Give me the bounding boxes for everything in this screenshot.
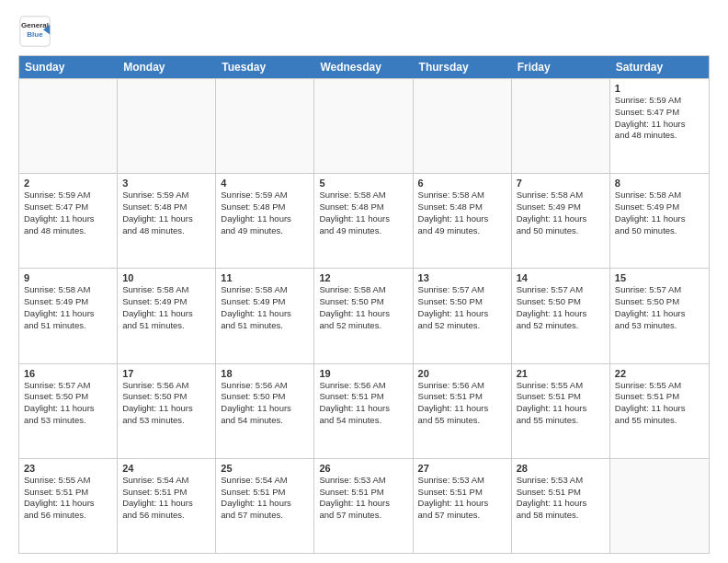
day-info: Sunrise: 5:55 AM Sunset: 5:51 PM Dayligh… [615, 380, 704, 427]
day-number: 11 [221, 272, 309, 283]
empty-cell [512, 79, 610, 173]
header-day-monday: Monday [118, 56, 216, 78]
empty-cell [414, 79, 512, 173]
logo: General Blue [18, 15, 55, 48]
day-number: 20 [418, 368, 506, 379]
day-cell-11: 11Sunrise: 5:58 AM Sunset: 5:49 PM Dayli… [216, 269, 314, 362]
svg-text:Blue: Blue [27, 30, 43, 39]
empty-cell [314, 79, 413, 173]
day-cell-24: 24Sunrise: 5:54 AM Sunset: 5:51 PM Dayli… [118, 459, 216, 553]
day-number: 22 [615, 368, 704, 379]
day-cell-16: 16Sunrise: 5:57 AM Sunset: 5:50 PM Dayli… [19, 364, 118, 458]
day-cell-1: 1Sunrise: 5:59 AM Sunset: 5:47 PM Daylig… [610, 79, 709, 173]
day-info: Sunrise: 5:57 AM Sunset: 5:50 PM Dayligh… [24, 380, 112, 427]
day-cell-5: 5Sunrise: 5:58 AM Sunset: 5:48 PM Daylig… [314, 174, 413, 268]
day-cell-18: 18Sunrise: 5:56 AM Sunset: 5:50 PM Dayli… [216, 364, 314, 458]
day-info: Sunrise: 5:58 AM Sunset: 5:48 PM Dayligh… [319, 190, 407, 236]
day-number: 1 [615, 83, 704, 94]
day-info: Sunrise: 5:53 AM Sunset: 5:51 PM Dayligh… [418, 475, 506, 522]
day-number: 14 [517, 272, 605, 283]
header: General Blue [18, 15, 710, 48]
svg-text:General: General [21, 21, 49, 29]
day-number: 23 [24, 463, 112, 474]
day-info: Sunrise: 5:59 AM Sunset: 5:47 PM Dayligh… [24, 190, 112, 236]
day-number: 21 [517, 368, 605, 379]
day-cell-14: 14Sunrise: 5:57 AM Sunset: 5:50 PM Dayli… [512, 269, 610, 362]
day-info: Sunrise: 5:54 AM Sunset: 5:51 PM Dayligh… [122, 475, 210, 522]
day-info: Sunrise: 5:58 AM Sunset: 5:49 PM Dayligh… [221, 284, 309, 331]
day-cell-20: 20Sunrise: 5:56 AM Sunset: 5:51 PM Dayli… [414, 364, 512, 458]
header-day-sunday: Sunday [19, 56, 118, 78]
logo-icon: General Blue [18, 15, 51, 48]
day-cell-7: 7Sunrise: 5:58 AM Sunset: 5:49 PM Daylig… [512, 174, 610, 268]
day-number: 28 [517, 463, 605, 474]
empty-cell [19, 79, 118, 173]
day-info: Sunrise: 5:55 AM Sunset: 5:51 PM Dayligh… [24, 475, 112, 522]
day-cell-21: 21Sunrise: 5:55 AM Sunset: 5:51 PM Dayli… [512, 364, 610, 458]
day-number: 10 [122, 272, 210, 283]
day-info: Sunrise: 5:58 AM Sunset: 5:49 PM Dayligh… [24, 284, 112, 331]
header-day-tuesday: Tuesday [216, 56, 314, 78]
header-day-saturday: Saturday [610, 56, 709, 78]
day-cell-10: 10Sunrise: 5:58 AM Sunset: 5:49 PM Dayli… [118, 269, 216, 362]
day-info: Sunrise: 5:59 AM Sunset: 5:48 PM Dayligh… [221, 190, 309, 236]
empty-cell [216, 79, 314, 173]
day-number: 2 [24, 178, 112, 189]
header-day-friday: Friday [512, 56, 610, 78]
day-cell-4: 4Sunrise: 5:59 AM Sunset: 5:48 PM Daylig… [216, 174, 314, 268]
day-cell-19: 19Sunrise: 5:56 AM Sunset: 5:51 PM Dayli… [314, 364, 413, 458]
calendar-header: SundayMondayTuesdayWednesdayThursdayFrid… [19, 56, 709, 78]
day-info: Sunrise: 5:58 AM Sunset: 5:48 PM Dayligh… [418, 190, 506, 236]
day-cell-2: 2Sunrise: 5:59 AM Sunset: 5:47 PM Daylig… [19, 174, 118, 268]
day-info: Sunrise: 5:54 AM Sunset: 5:51 PM Dayligh… [221, 475, 309, 522]
day-number: 6 [418, 178, 506, 189]
day-info: Sunrise: 5:56 AM Sunset: 5:51 PM Dayligh… [418, 380, 506, 427]
day-number: 18 [221, 368, 309, 379]
day-number: 7 [517, 178, 605, 189]
day-info: Sunrise: 5:58 AM Sunset: 5:49 PM Dayligh… [615, 190, 704, 236]
empty-cell [118, 79, 216, 173]
day-info: Sunrise: 5:56 AM Sunset: 5:50 PM Dayligh… [221, 380, 309, 427]
day-number: 4 [221, 178, 309, 189]
calendar-body: 1Sunrise: 5:59 AM Sunset: 5:47 PM Daylig… [19, 78, 709, 553]
day-cell-27: 27Sunrise: 5:53 AM Sunset: 5:51 PM Dayli… [414, 459, 512, 553]
day-number: 3 [122, 178, 210, 189]
header-day-wednesday: Wednesday [314, 56, 413, 78]
day-number: 5 [319, 178, 407, 189]
day-cell-15: 15Sunrise: 5:57 AM Sunset: 5:50 PM Dayli… [610, 269, 709, 362]
day-number: 25 [221, 463, 309, 474]
day-number: 24 [122, 463, 210, 474]
week-row-5: 23Sunrise: 5:55 AM Sunset: 5:51 PM Dayli… [19, 458, 709, 553]
day-info: Sunrise: 5:53 AM Sunset: 5:51 PM Dayligh… [517, 475, 605, 522]
day-cell-12: 12Sunrise: 5:58 AM Sunset: 5:50 PM Dayli… [314, 269, 413, 362]
day-info: Sunrise: 5:59 AM Sunset: 5:48 PM Dayligh… [122, 190, 210, 236]
day-info: Sunrise: 5:57 AM Sunset: 5:50 PM Dayligh… [418, 284, 506, 331]
day-number: 26 [319, 463, 407, 474]
header-day-thursday: Thursday [414, 56, 512, 78]
day-info: Sunrise: 5:58 AM Sunset: 5:49 PM Dayligh… [517, 190, 605, 236]
empty-cell [610, 459, 709, 553]
day-cell-22: 22Sunrise: 5:55 AM Sunset: 5:51 PM Dayli… [610, 364, 709, 458]
day-info: Sunrise: 5:57 AM Sunset: 5:50 PM Dayligh… [615, 284, 704, 331]
day-cell-23: 23Sunrise: 5:55 AM Sunset: 5:51 PM Dayli… [19, 459, 118, 553]
day-cell-17: 17Sunrise: 5:56 AM Sunset: 5:50 PM Dayli… [118, 364, 216, 458]
day-cell-13: 13Sunrise: 5:57 AM Sunset: 5:50 PM Dayli… [414, 269, 512, 362]
day-cell-8: 8Sunrise: 5:58 AM Sunset: 5:49 PM Daylig… [610, 174, 709, 268]
day-number: 8 [615, 178, 704, 189]
day-number: 13 [418, 272, 506, 283]
day-info: Sunrise: 5:56 AM Sunset: 5:50 PM Dayligh… [122, 380, 210, 427]
calendar: SundayMondayTuesdayWednesdayThursdayFrid… [18, 55, 710, 554]
week-row-3: 9Sunrise: 5:58 AM Sunset: 5:49 PM Daylig… [19, 268, 709, 362]
day-number: 15 [615, 272, 704, 283]
day-number: 9 [24, 272, 112, 283]
day-info: Sunrise: 5:59 AM Sunset: 5:47 PM Dayligh… [615, 95, 704, 142]
day-cell-3: 3Sunrise: 5:59 AM Sunset: 5:48 PM Daylig… [118, 174, 216, 268]
day-number: 19 [319, 368, 407, 379]
day-cell-6: 6Sunrise: 5:58 AM Sunset: 5:48 PM Daylig… [414, 174, 512, 268]
day-info: Sunrise: 5:53 AM Sunset: 5:51 PM Dayligh… [319, 475, 407, 522]
day-cell-25: 25Sunrise: 5:54 AM Sunset: 5:51 PM Dayli… [216, 459, 314, 553]
day-cell-9: 9Sunrise: 5:58 AM Sunset: 5:49 PM Daylig… [19, 269, 118, 362]
day-cell-28: 28Sunrise: 5:53 AM Sunset: 5:51 PM Dayli… [512, 459, 610, 553]
day-cell-26: 26Sunrise: 5:53 AM Sunset: 5:51 PM Dayli… [314, 459, 413, 553]
day-info: Sunrise: 5:58 AM Sunset: 5:49 PM Dayligh… [122, 284, 210, 331]
